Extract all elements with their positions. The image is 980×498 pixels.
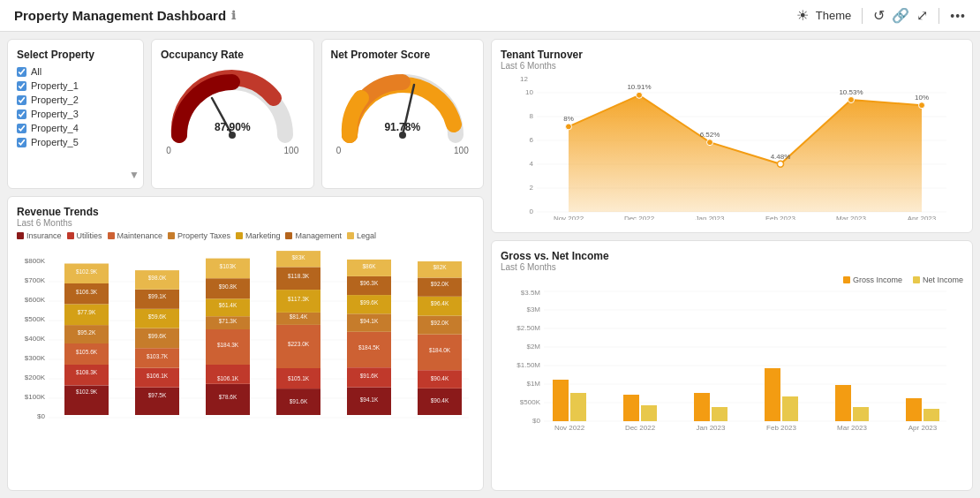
nps-value: 91.78% xyxy=(384,121,420,133)
expand-icon[interactable]: ⤢ xyxy=(916,7,928,24)
svg-text:$700K: $700K xyxy=(25,276,46,284)
separator2 xyxy=(939,8,939,24)
refresh-icon[interactable]: ↺ xyxy=(873,7,885,24)
svg-text:$59.6K: $59.6K xyxy=(148,313,167,320)
svg-rect-159 xyxy=(553,380,569,421)
svg-text:$105.6K: $105.6K xyxy=(76,349,98,355)
svg-text:$400K: $400K xyxy=(25,335,46,343)
svg-text:12: 12 xyxy=(520,75,528,83)
svg-text:Dec 2022: Dec 2022 xyxy=(142,419,173,420)
left-column: Select Property All Property_1 Property_… xyxy=(7,39,484,491)
sun-icon[interactable]: ☀ xyxy=(796,7,809,24)
property-5[interactable]: Property_5 xyxy=(17,137,134,147)
gross-income-card: Gross vs. Net Income Last 6 Months Gross… xyxy=(491,240,973,491)
share-icon[interactable]: 🔗 xyxy=(892,7,909,24)
svg-text:$90.4K: $90.4K xyxy=(431,397,449,404)
svg-point-129 xyxy=(848,97,855,103)
gross-title: Gross vs. Net Income xyxy=(501,250,963,262)
svg-text:Dec 2022: Dec 2022 xyxy=(625,424,656,432)
occupancy-gauge: 87.90% xyxy=(166,64,298,144)
svg-rect-161 xyxy=(694,393,710,421)
svg-rect-170 xyxy=(923,409,939,421)
legend-utilities: Utilities xyxy=(67,231,102,240)
svg-text:6.52%: 6.52% xyxy=(700,131,720,139)
svg-text:$90.8K: $90.8K xyxy=(219,283,237,290)
svg-text:$91.6K: $91.6K xyxy=(290,398,308,404)
svg-text:$94.1K: $94.1K xyxy=(360,396,379,403)
svg-text:10.53%: 10.53% xyxy=(839,88,863,96)
svg-text:8%: 8% xyxy=(563,115,574,123)
occupancy-title: Occupancy Rate xyxy=(161,49,244,61)
svg-text:Nov 2022: Nov 2022 xyxy=(554,215,584,220)
svg-text:$103.7K: $103.7K xyxy=(147,353,169,359)
svg-text:Jan 2023: Jan 2023 xyxy=(696,215,725,220)
nps-title: Net Promoter Score xyxy=(331,49,431,61)
svg-text:$600K: $600K xyxy=(25,296,46,304)
svg-text:$100K: $100K xyxy=(25,393,46,401)
nps-gauge: 91.78% xyxy=(336,64,469,144)
occupancy-value: 87.90% xyxy=(215,121,251,133)
main-content: Select Property All Property_1 Property_… xyxy=(0,32,980,498)
svg-rect-164 xyxy=(906,398,922,421)
property-filter-title: Select Property xyxy=(17,49,134,61)
svg-text:$223.0K: $223.0K xyxy=(288,341,310,347)
legend-marketing: Marketing xyxy=(236,231,281,240)
legend-dot-marketing xyxy=(236,232,243,239)
svg-text:4: 4 xyxy=(530,160,534,168)
svg-rect-162 xyxy=(765,368,780,421)
property-4[interactable]: Property_4 xyxy=(17,123,134,133)
theme-label[interactable]: Theme xyxy=(816,9,851,22)
property-list: All Property_1 Property_2 Property_3 xyxy=(17,66,134,147)
svg-rect-165 xyxy=(570,393,586,421)
svg-text:$106.3K: $106.3K xyxy=(76,289,98,295)
property-all[interactable]: All xyxy=(17,66,134,77)
svg-point-126 xyxy=(637,92,643,98)
more-icon[interactable]: ••• xyxy=(950,9,966,23)
right-column: Tenant Turnover Last 6 Months 0 2 4 6 8 … xyxy=(491,39,973,491)
svg-text:Nov 2022: Nov 2022 xyxy=(554,424,585,432)
property-1[interactable]: Property_1 xyxy=(17,80,134,91)
svg-text:$97.5K: $97.5K xyxy=(148,392,167,398)
svg-text:2: 2 xyxy=(530,184,534,192)
top-row: Select Property All Property_1 Property_… xyxy=(7,39,484,189)
legend-dot-maintenance xyxy=(108,232,115,239)
svg-text:Nov 2022: Nov 2022 xyxy=(72,419,102,420)
svg-text:$184.3K: $184.3K xyxy=(217,342,239,348)
svg-text:$106.1K: $106.1K xyxy=(147,373,169,379)
svg-text:$500K: $500K xyxy=(25,315,46,323)
revenue-chart-svg: $0 $100K $200K $300K $400K $500K $600K $… xyxy=(17,244,474,420)
svg-text:Apr 2023: Apr 2023 xyxy=(426,419,455,420)
svg-text:$99.1K: $99.1K xyxy=(148,293,167,299)
legend-legal: Legal xyxy=(347,231,376,240)
svg-text:$2.50M: $2.50M xyxy=(516,324,540,332)
svg-rect-160 xyxy=(623,395,639,421)
svg-text:$91.6K: $91.6K xyxy=(360,373,379,379)
tenant-chart-svg: 0 2 4 6 8 10 12 xyxy=(501,74,963,220)
legend-propertytaxes: Property Taxes xyxy=(168,231,230,240)
info-icon[interactable]: ℹ xyxy=(231,9,236,22)
svg-text:$106.1K: $106.1K xyxy=(217,375,239,381)
legend-net: Net Income xyxy=(913,275,963,284)
svg-text:$77.9K: $77.9K xyxy=(78,309,96,315)
svg-text:$86K: $86K xyxy=(362,263,376,269)
svg-text:$102.9K: $102.9K xyxy=(76,268,98,275)
page-title: Property Management Dashboard xyxy=(14,8,226,23)
svg-text:$184.0K: $184.0K xyxy=(429,347,451,353)
occupancy-labels: 0 100 xyxy=(166,146,298,155)
legend-dot-propertytaxes xyxy=(168,232,175,239)
svg-text:$78.6K: $78.6K xyxy=(219,394,237,400)
svg-text:Feb 2023: Feb 2023 xyxy=(765,215,795,220)
svg-text:$95.2K: $95.2K xyxy=(78,329,96,336)
svg-text:$200K: $200K xyxy=(25,374,46,381)
svg-text:$71.3K: $71.3K xyxy=(219,318,237,324)
svg-text:$98.0K: $98.0K xyxy=(148,275,167,281)
legend-dot-utilities xyxy=(67,232,74,239)
property-3[interactable]: Property_3 xyxy=(17,109,134,119)
svg-text:Feb 2023: Feb 2023 xyxy=(283,419,313,420)
header: Property Management Dashboard ℹ ☀ Theme … xyxy=(0,0,980,32)
property-2[interactable]: Property_2 xyxy=(17,94,134,105)
svg-text:$0: $0 xyxy=(532,417,540,425)
svg-text:$108.3K: $108.3K xyxy=(76,369,98,375)
svg-text:Mar 2023: Mar 2023 xyxy=(836,215,866,220)
svg-text:Mar 2023: Mar 2023 xyxy=(837,424,867,432)
